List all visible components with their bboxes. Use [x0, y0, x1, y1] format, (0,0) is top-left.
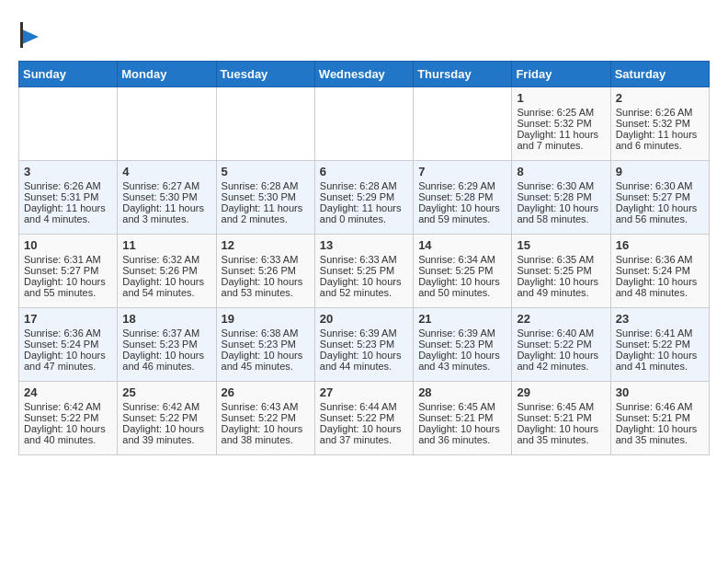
cell-text: Sunrise: 6:30 AM — [616, 180, 704, 191]
cell-text: Daylight: 10 hours and 35 minutes. — [517, 423, 605, 445]
day-number: 20 — [320, 312, 408, 326]
cell-text: Sunrise: 6:36 AM — [616, 254, 704, 265]
cell-text: Sunrise: 6:26 AM — [616, 107, 704, 118]
cell-text: Daylight: 10 hours and 47 minutes. — [24, 350, 112, 372]
day-number: 29 — [517, 385, 605, 399]
weekday-header-wednesday: Wednesday — [314, 62, 413, 87]
day-number: 4 — [122, 165, 210, 178]
cell-text: Sunrise: 6:39 AM — [320, 327, 408, 339]
cell-text: Daylight: 10 hours and 38 minutes. — [222, 423, 310, 445]
cell-text: Daylight: 10 hours and 54 minutes. — [122, 276, 210, 298]
page-header — [18, 18, 710, 52]
cell-text: Sunrise: 6:33 AM — [320, 254, 408, 265]
cell-text: Daylight: 10 hours and 42 minutes. — [517, 350, 605, 372]
calendar-cell — [118, 87, 216, 161]
day-number: 16 — [616, 238, 704, 252]
calendar-cell: 17Sunrise: 6:36 AMSunset: 5:24 PMDayligh… — [19, 308, 118, 382]
cell-text: Daylight: 10 hours and 58 minutes. — [517, 202, 605, 224]
day-number: 1 — [517, 91, 605, 105]
day-number: 3 — [24, 165, 112, 178]
day-number: 21 — [418, 312, 506, 326]
cell-text: Sunrise: 6:35 AM — [517, 254, 605, 265]
cell-text: Daylight: 10 hours and 43 minutes. — [418, 350, 506, 372]
weekday-header-thursday: Thursday — [414, 62, 512, 87]
cell-text: Sunrise: 6:45 AM — [517, 401, 605, 412]
day-number: 5 — [222, 165, 310, 178]
weekday-header-row: SundayMondayTuesdayWednesdayThursdayFrid… — [19, 62, 710, 87]
cell-text: Sunrise: 6:44 AM — [320, 401, 408, 412]
cell-text: Sunset: 5:22 PM — [616, 339, 704, 350]
calendar-cell: 20Sunrise: 6:39 AMSunset: 5:23 PMDayligh… — [314, 308, 413, 382]
cell-text: Sunset: 5:32 PM — [517, 118, 605, 129]
cell-text: Sunset: 5:22 PM — [517, 339, 605, 350]
calendar-cell: 24Sunrise: 6:42 AMSunset: 5:22 PMDayligh… — [19, 382, 118, 455]
cell-text: Sunset: 5:21 PM — [418, 412, 506, 423]
cell-text: Sunset: 5:23 PM — [122, 339, 210, 350]
cell-text: Daylight: 10 hours and 35 minutes. — [616, 423, 704, 445]
day-number: 28 — [418, 385, 506, 399]
day-number: 9 — [616, 165, 704, 178]
cell-text: Sunrise: 6:41 AM — [616, 327, 704, 339]
calendar-cell: 9Sunrise: 6:30 AMSunset: 5:27 PMDaylight… — [610, 161, 709, 235]
svg-rect-2 — [20, 22, 23, 48]
cell-text: Sunset: 5:24 PM — [24, 339, 112, 350]
calendar-cell: 30Sunrise: 6:46 AMSunset: 5:21 PMDayligh… — [610, 382, 709, 455]
calendar-cell: 13Sunrise: 6:33 AMSunset: 5:25 PMDayligh… — [314, 235, 413, 308]
calendar-cell: 29Sunrise: 6:45 AMSunset: 5:21 PMDayligh… — [512, 382, 610, 455]
cell-text: Daylight: 10 hours and 53 minutes. — [222, 276, 310, 298]
cell-text: Sunset: 5:22 PM — [122, 412, 210, 423]
cell-text: Sunrise: 6:28 AM — [320, 180, 408, 191]
cell-text: Sunrise: 6:45 AM — [418, 401, 506, 412]
calendar-cell: 25Sunrise: 6:42 AMSunset: 5:22 PMDayligh… — [118, 382, 216, 455]
cell-text: Daylight: 10 hours and 46 minutes. — [122, 350, 210, 372]
calendar-cell: 10Sunrise: 6:31 AMSunset: 5:27 PMDayligh… — [19, 235, 118, 308]
cell-text: Daylight: 11 hours and 6 minutes. — [616, 129, 704, 151]
cell-text: Sunrise: 6:33 AM — [222, 254, 310, 265]
cell-text: Sunrise: 6:42 AM — [122, 401, 210, 412]
cell-text: Sunset: 5:25 PM — [320, 265, 408, 276]
calendar-cell: 28Sunrise: 6:45 AMSunset: 5:21 PMDayligh… — [414, 382, 512, 455]
cell-text: Sunset: 5:27 PM — [24, 265, 112, 276]
calendar-cell: 23Sunrise: 6:41 AMSunset: 5:22 PMDayligh… — [610, 308, 709, 382]
day-number: 17 — [24, 312, 112, 326]
calendar-cell: 1Sunrise: 6:25 AMSunset: 5:32 PMDaylight… — [512, 87, 610, 161]
cell-text: Sunset: 5:22 PM — [24, 412, 112, 423]
calendar-cell: 6Sunrise: 6:28 AMSunset: 5:29 PMDaylight… — [314, 161, 413, 235]
cell-text: Sunset: 5:21 PM — [517, 412, 605, 423]
cell-text: Daylight: 11 hours and 4 minutes. — [24, 202, 112, 224]
calendar-cell — [216, 87, 314, 161]
day-number: 7 — [418, 165, 506, 178]
cell-text: Daylight: 10 hours and 52 minutes. — [320, 276, 408, 298]
cell-text: Daylight: 11 hours and 3 minutes. — [122, 202, 210, 224]
cell-text: Sunset: 5:26 PM — [222, 265, 310, 276]
calendar-cell: 5Sunrise: 6:28 AMSunset: 5:30 PMDaylight… — [216, 161, 314, 235]
calendar-cell: 19Sunrise: 6:38 AMSunset: 5:23 PMDayligh… — [216, 308, 314, 382]
cell-text: Sunrise: 6:36 AM — [24, 327, 112, 339]
cell-text: Sunset: 5:26 PM — [122, 265, 210, 276]
day-number: 12 — [222, 238, 310, 252]
calendar-cell: 21Sunrise: 6:39 AMSunset: 5:23 PMDayligh… — [414, 308, 512, 382]
calendar-cell: 27Sunrise: 6:44 AMSunset: 5:22 PMDayligh… — [314, 382, 413, 455]
cell-text: Daylight: 10 hours and 50 minutes. — [418, 276, 506, 298]
calendar-cell: 18Sunrise: 6:37 AMSunset: 5:23 PMDayligh… — [118, 308, 216, 382]
cell-text: Sunset: 5:27 PM — [616, 191, 704, 202]
calendar-cell: 3Sunrise: 6:26 AMSunset: 5:31 PMDaylight… — [19, 161, 118, 235]
cell-text: Sunrise: 6:34 AM — [418, 254, 506, 265]
calendar-cell: 22Sunrise: 6:40 AMSunset: 5:22 PMDayligh… — [512, 308, 610, 382]
weekday-header-saturday: Saturday — [610, 62, 709, 87]
cell-text: Sunset: 5:30 PM — [222, 191, 310, 202]
day-number: 8 — [517, 165, 605, 178]
calendar-cell: 8Sunrise: 6:30 AMSunset: 5:28 PMDaylight… — [512, 161, 610, 235]
day-number: 27 — [320, 385, 408, 399]
cell-text: Sunrise: 6:25 AM — [517, 107, 605, 118]
cell-text: Daylight: 10 hours and 48 minutes. — [616, 276, 704, 298]
cell-text: Daylight: 10 hours and 55 minutes. — [24, 276, 112, 298]
weekday-header-tuesday: Tuesday — [216, 62, 314, 87]
weekday-header-friday: Friday — [512, 62, 610, 87]
calendar-cell: 26Sunrise: 6:43 AMSunset: 5:22 PMDayligh… — [216, 382, 314, 455]
cell-text: Sunset: 5:23 PM — [222, 339, 310, 350]
cell-text: Sunset: 5:25 PM — [418, 265, 506, 276]
day-number: 14 — [418, 238, 506, 252]
cell-text: Sunset: 5:31 PM — [24, 191, 112, 202]
cell-text: Sunset: 5:23 PM — [418, 339, 506, 350]
